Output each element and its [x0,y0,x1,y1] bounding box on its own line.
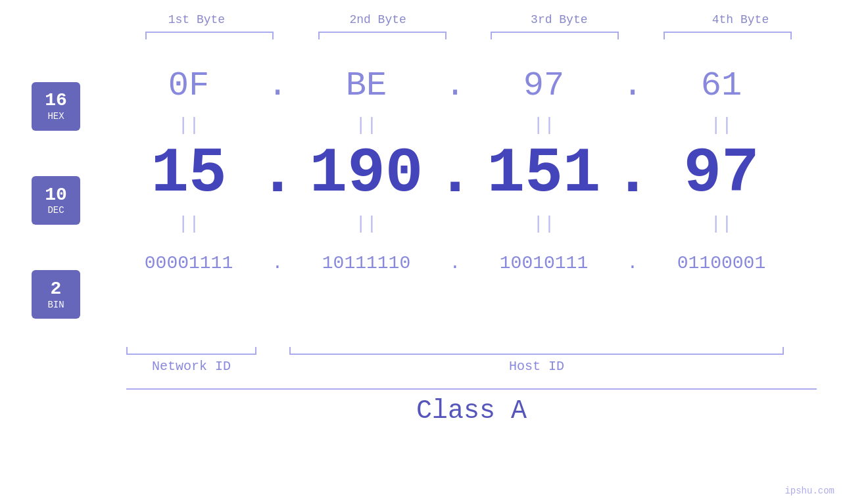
dec-byte4: 97 [649,143,794,206]
eq3: || [471,115,616,135]
bin-byte4: 01100001 [649,253,794,273]
eq1b: || [116,214,261,234]
bracket-bottom-host [289,347,784,355]
hex-row: 0F . BE . 97 . 61 [93,59,817,112]
hex-badge: 16 HEX [32,82,80,131]
hex-byte2: BE [294,66,439,105]
bracket-bottom-network [126,347,256,355]
hex-byte4: 61 [649,66,794,105]
dec-badge: 10 DEC [32,176,80,225]
dec-badge-num: 10 [45,185,67,206]
dec-byte3: 151 [471,143,616,206]
eq3b: || [471,214,616,234]
bottom-section: Network ID Host ID Class A [0,347,845,426]
dec-byte2: 190 [294,143,439,206]
dec-badge-label: DEC [47,205,64,216]
class-bracket-line [126,388,817,390]
dec-dot2: . [439,139,471,210]
byte4-header: 4th Byte [668,13,813,26]
main-container: 1st Byte 2nd Byte 3rd Byte 4th Byte 16 H… [0,0,845,504]
bin-badge-num: 2 [51,279,62,300]
bin-badge: 2 BIN [32,270,80,319]
bin-byte3: 10010111 [471,253,616,273]
hex-badge-label: HEX [47,111,64,122]
bracket-top-1 [145,32,274,39]
bin-dot1: . [261,253,294,273]
byte2-header: 2nd Byte [306,13,450,26]
eq4: || [649,115,794,135]
bin-byte2: 10111110 [294,253,439,273]
hex-byte1: 0F [116,66,261,105]
host-id-label: Host ID [289,359,784,374]
hex-dot3: . [616,66,649,105]
network-id-label: Network ID [126,359,256,374]
eq1: || [116,115,261,135]
hex-byte3: 97 [471,66,616,105]
dec-byte1: 15 [116,143,261,206]
bin-byte1: 00001111 [116,253,261,273]
bin-badge-label: BIN [47,300,64,310]
class-section: Class A [126,388,817,426]
watermark: ipshu.com [785,486,834,496]
eq2: || [294,115,439,135]
eq-row2: || || || || [93,210,817,237]
bracket-top-2 [318,32,447,39]
class-label: Class A [126,396,817,426]
bin-row: 00001111 . 10111110 . 10010111 . 0110000… [93,237,817,289]
eq-row: || || || || [93,112,817,138]
byte3-header: 3rd Byte [487,13,631,26]
eq2b: || [294,214,439,234]
top-brackets [124,32,814,39]
labels-row: Network ID Host ID [126,359,817,374]
dec-row: 15 . 190 . 151 . 97 [93,138,817,210]
eq4b: || [649,214,794,234]
hex-dot2: . [439,66,471,105]
bin-dot2: . [439,253,471,273]
hex-badge-num: 16 [45,91,67,111]
hex-dot1: . [261,66,294,105]
column-headers: 1st Byte 2nd Byte 3rd Byte 4th Byte [124,13,814,26]
dec-dot1: . [261,139,294,210]
dec-dot3: . [616,139,649,210]
bracket-top-4 [664,32,792,39]
bracket-top-3 [491,32,619,39]
bin-dot3: . [616,253,649,273]
byte1-header: 1st Byte [124,13,269,26]
badges-column: 16 HEX 10 DEC 2 BIN [0,59,80,342]
